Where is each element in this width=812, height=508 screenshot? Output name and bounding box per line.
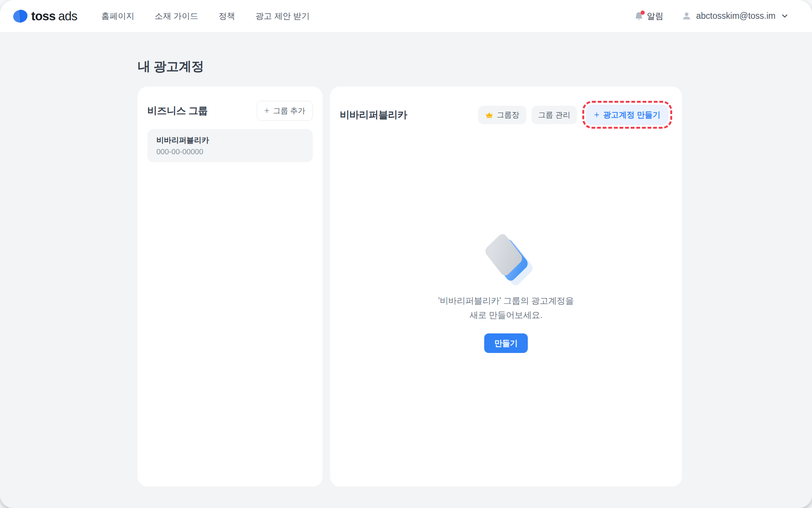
logo-wordmark: tossads: [31, 9, 77, 23]
nav-item-ad-proposal[interactable]: 광고 제안 받기: [256, 11, 310, 22]
bell-icon: [634, 11, 644, 21]
user-account-menu[interactable]: abctosskim@toss.im: [682, 11, 789, 21]
notification-button[interactable]: 알림: [634, 11, 664, 22]
plus-icon: +: [264, 106, 269, 115]
toss-ads-logo[interactable]: tossads: [12, 8, 77, 24]
group-registration-number: 000-00-00000: [156, 148, 304, 156]
main-content: 내 광고계정 비즈니스 그룹 + 그룹 추가 비바리퍼블리카 000-00-00…: [0, 32, 812, 487]
user-avatar-icon: [682, 11, 692, 21]
nav-item-policy[interactable]: 정책: [219, 11, 235, 22]
empty-state-message: '비바리퍼블리카' 그룹의 광고계정을 새로 만들어보세요.: [438, 294, 574, 322]
stacked-cards-illustration: [483, 237, 529, 278]
notification-dot: [641, 11, 645, 15]
nav-item-homepage[interactable]: 홈페이지: [101, 11, 134, 22]
create-button[interactable]: 만들기: [484, 333, 528, 353]
top-navbar: tossads 홈페이지 소재 가이드 정책 광고 제안 받기 알림: [0, 0, 812, 32]
empty-state: '비바리퍼블리카' 그룹의 광고계정을 새로 만들어보세요. 만들기: [340, 117, 672, 472]
user-email: abctosskim@toss.im: [696, 11, 776, 21]
add-group-button[interactable]: + 그룹 추가: [257, 101, 313, 121]
group-name: 비바리퍼블리카: [156, 135, 304, 145]
business-group-list-item[interactable]: 비바리퍼블리카 000-00-00000: [147, 129, 313, 162]
main-nav: 홈페이지 소재 가이드 정책 광고 제안 받기: [101, 11, 309, 22]
app-window: tossads 홈페이지 소재 가이드 정책 광고 제안 받기 알림: [0, 0, 812, 508]
chevron-down-icon: [780, 11, 789, 21]
page-title: 내 광고계정: [138, 58, 682, 75]
toss-logo-icon: [12, 8, 28, 24]
business-group-title: 비즈니스 그룹: [147, 104, 208, 117]
business-group-panel: 비즈니스 그룹 + 그룹 추가 비바리퍼블리카 000-00-00000: [138, 87, 323, 487]
navbar-right: 알림 abctosskim@toss.im: [634, 11, 789, 22]
group-detail-panel: 비바리퍼블리카 그룹장 그룹 관리: [330, 87, 682, 487]
nav-item-creative-guide[interactable]: 소재 가이드: [155, 11, 198, 22]
